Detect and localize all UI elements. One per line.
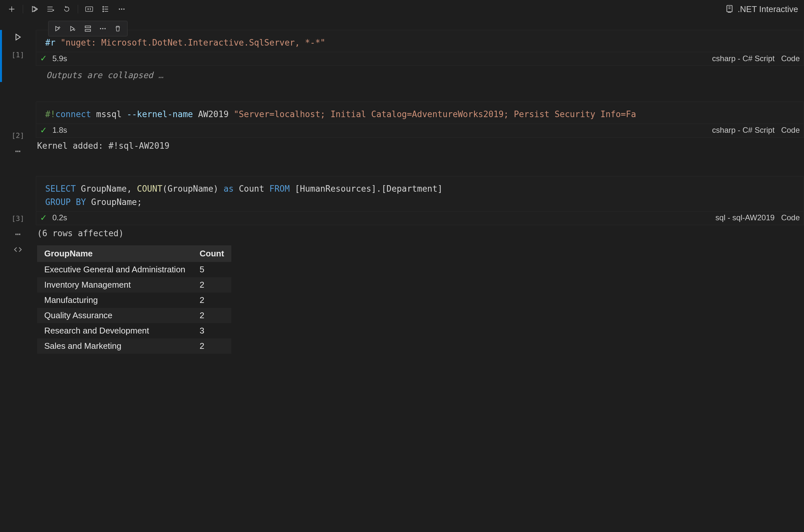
cell[interactable]: [1] #r "nuget: Microsoft.DotNet.Interact… [0,30,804,82]
ellipsis-icon: … [158,70,163,80]
output-menu-button[interactable]: ⋯ [15,232,21,236]
rows-affected-text: (6 rows affected) [37,228,123,238]
code-token: --kernel-name [127,109,193,119]
column-header: GroupName [37,245,193,262]
code-token: #! [45,109,55,119]
collapsed-output-text: Outputs are collapsed [46,70,153,80]
kernel-label: .NET Interactive [738,4,798,14]
code-token: SELECT [45,184,76,194]
run-above-button[interactable] [52,23,63,34]
code-token: GROUP BY [45,197,86,207]
cell-status: ✓ 0.2s sql - sql-AW2019 Code [36,211,804,225]
code-token: FROM [269,184,290,194]
outline-button[interactable] [99,3,111,15]
output-text: Kernel added: #!sql-AW2019 [37,141,170,151]
more-cell-actions-button[interactable] [97,23,108,34]
success-icon: ✓ [40,53,47,63]
delete-cell-button[interactable] [112,23,123,34]
code-token: "nuget: Microsoft.DotNet.Interactive.Sql… [60,38,325,48]
rows-affected: (6 rows affected) [36,225,804,240]
code-token: as [224,184,234,194]
svg-point-5 [121,8,122,10]
run-cell-button[interactable] [14,33,22,41]
table-row: Manufacturing2 [37,292,231,308]
focus-indicator [0,30,2,82]
cell-status: ✓ 5.9s csharp - C# Script Code [36,52,804,66]
collapsed-output[interactable]: Outputs are collapsed … [36,66,804,82]
cell-type-label[interactable]: Code [781,213,800,222]
code-editor[interactable]: SELECT GroupName, COUNT(GroupName) as Co… [36,176,804,211]
svg-rect-9 [85,30,91,32]
code-editor[interactable]: #r "nuget: Microsoft.DotNet.Interactive.… [36,30,804,52]
cell-value: Executive General and Administration [37,262,193,277]
cell-language-label[interactable]: csharp - C# Script [712,126,775,135]
cell-value: Inventory Management [37,277,193,292]
svg-point-11 [102,28,103,29]
svg-point-12 [104,28,106,29]
execution-time: 0.2s [52,213,67,222]
cell-toolbar [48,21,128,36]
svg-point-1 [103,6,104,7]
code-token: mssql [96,109,122,119]
code-token: GroupName, [81,184,132,194]
svg-rect-0 [85,7,93,12]
cell-type-label[interactable]: Code [781,126,800,135]
cell-output: Kernel added: #!sql-AW2019 [36,138,804,153]
cell-value: Manufacturing [37,292,193,308]
success-icon: ✓ [40,125,47,135]
output-menu-button[interactable]: ⋯ [15,149,21,153]
cell-language-label[interactable]: sql - sql-AW2019 [715,213,775,222]
code-token: "Server=localhost; Initial Catalog=Adven… [234,109,636,119]
cell-gutter: [1] [0,30,36,82]
execution-count: [3] [12,214,24,223]
restart-kernel-button[interactable] [61,3,73,15]
code-token: (GroupName) [162,184,218,194]
clear-outputs-button[interactable] [44,3,56,15]
split-cell-button[interactable] [82,23,93,34]
cell-status: ✓ 1.8s csharp - C# Script Code [36,124,804,138]
svg-point-6 [123,8,125,10]
cell-type-label[interactable]: Code [781,54,800,63]
execution-count: [1] [12,51,24,59]
execution-time: 1.8s [52,126,67,135]
svg-point-3 [103,11,104,12]
cell-language-label[interactable]: csharp - C# Script [712,54,775,63]
svg-point-10 [100,28,101,29]
variables-button[interactable] [83,3,95,15]
table-row: Quality Assurance2 [37,308,231,323]
code-token: GroupName; [91,197,142,207]
separator [78,5,78,13]
cell-value: 2 [193,277,231,292]
cell-gutter: [2] ⋯ [0,101,36,153]
execution-count: [2] [12,131,24,139]
run-all-button[interactable] [28,3,40,15]
code-token: COUNT [137,184,162,194]
table-row: Inventory Management2 [37,277,231,292]
code-token: connect [55,109,91,119]
cell[interactable]: [3] ⋯ SELECT GroupName, COUNT(GroupName)… [0,176,804,354]
cell-value: 2 [193,338,231,354]
svg-point-4 [119,8,120,10]
code-token: #r [45,38,55,48]
code-editor[interactable]: #!connect mssql --kernel-name AW2019 "Se… [36,101,804,124]
cell-value: 3 [193,323,231,338]
cell-value: 5 [193,262,231,277]
code-token: AW2019 [198,109,229,119]
cell-value: Research and Development [37,323,193,338]
server-icon [725,5,734,13]
table-row: Research and Development3 [37,323,231,338]
cell[interactable]: [2] ⋯ #!connect mssql --kernel-name AW20… [0,101,804,153]
svg-point-2 [103,9,104,10]
run-below-button[interactable] [68,23,78,34]
more-actions-button[interactable] [116,3,128,15]
notebook-body: [1] #r "nuget: Microsoft.DotNet.Interact… [0,30,804,354]
execution-time: 5.9s [52,54,67,63]
code-token: [HumanResources].[Department] [295,184,442,194]
success-icon: ✓ [40,213,47,223]
cell-value: Sales and Marketing [37,338,193,354]
result-table: GroupName Count Executive General and Ad… [37,245,231,354]
code-token: Count [239,184,264,194]
add-cell-button[interactable] [6,3,18,15]
code-output-icon[interactable] [14,246,22,253]
kernel-indicator[interactable]: .NET Interactive [725,4,798,14]
